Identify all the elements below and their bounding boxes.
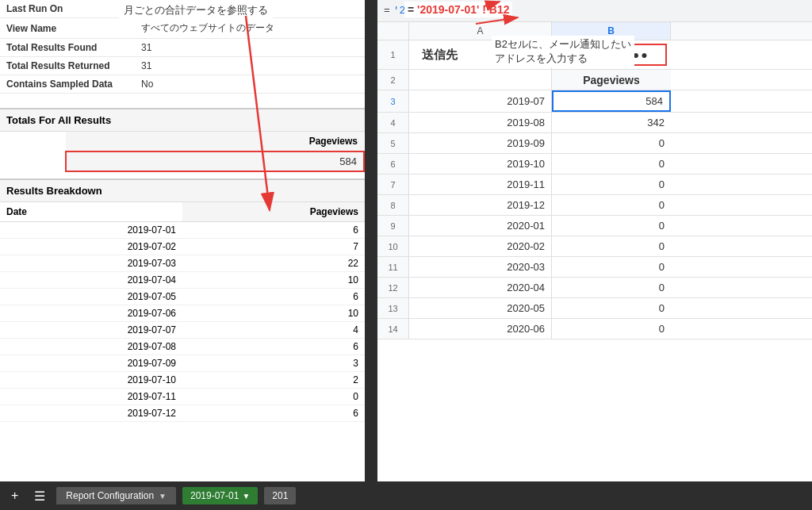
date-tab-2[interactable]: 201 xyxy=(264,487,296,504)
breakdown-date-7: 2019-07-08 xyxy=(0,339,182,355)
total-found-value: 31 xyxy=(135,39,365,57)
breakdown-date-11: 2019-07-12 xyxy=(0,405,182,422)
left-panel: Last Run On 2019-08-27 20:05:40 View Nam… xyxy=(0,0,365,481)
sheet-value-7: 0 xyxy=(552,236,671,256)
breakdown-date-3: 2019-07-04 xyxy=(0,272,182,289)
breakdown-date-1: 2019-07-02 xyxy=(0,239,182,255)
sheet-date-2: 2019-09 xyxy=(409,133,552,153)
sheet-value-8: 0 xyxy=(552,257,671,277)
breakdown-date-10: 2019-07-11 xyxy=(0,389,182,405)
bottom-toolbar: + ☰ Report Configuration ▼ 2019-07-01 ▼ … xyxy=(0,481,812,510)
email-label-cell: 送信先 xyxy=(409,40,552,69)
breakdown-date-4: 2019-07-05 xyxy=(0,289,182,305)
panel-divider xyxy=(365,0,377,481)
breakdown-date-8: 2019-07-09 xyxy=(0,355,182,372)
email-row: 1 送信先 ●●●@●●.●● xyxy=(377,40,812,70)
date-tab-1-dropdown: ▼ xyxy=(242,492,250,500)
sheet-value-2: 0 xyxy=(552,133,671,153)
column-headers-row: A B xyxy=(377,22,812,40)
sheet-value-0[interactable]: 584 xyxy=(552,90,671,112)
breakdown-pv-0: 6 xyxy=(182,222,365,239)
sheet-row-10: 13 2020-05 0 xyxy=(377,298,812,319)
sheet-date-0: 2019-07 xyxy=(409,90,552,112)
sheet-date-7: 2020-02 xyxy=(409,236,552,256)
total-found-label: Total Results Found xyxy=(0,39,135,57)
sheet-row-5: 8 2019-12 0 xyxy=(377,195,812,216)
last-run-value: 2019-08-27 20:05:40 xyxy=(135,0,365,18)
breakdown-date-9: 2019-07-10 xyxy=(0,372,182,389)
sheet-date-4: 2019-11 xyxy=(409,174,552,194)
sheet-value-10: 0 xyxy=(552,298,671,318)
sheet-row-6: 9 2020-01 0 xyxy=(377,216,812,236)
breakdown-date-0: 2019-07-01 xyxy=(0,222,182,239)
breakdown-date-2: 2019-07-03 xyxy=(0,255,182,272)
sheet-value-1: 342 xyxy=(552,113,671,132)
breakdown-pv-6: 4 xyxy=(182,322,365,339)
breakdown-pv-2: 22 xyxy=(182,255,365,272)
sheet-value-5: 0 xyxy=(552,195,671,215)
breakdown-pv-7: 6 xyxy=(182,339,365,355)
breakdown-section: Results Breakdown Date Pageviews 2019-07… xyxy=(0,178,365,422)
right-panel: = '2019-07-01' ! B12 A B 1 送信先 ●●●@●●.●●… xyxy=(377,0,812,481)
formula-text: '2019-07-01' ! B12 xyxy=(393,5,504,17)
col-a-header: A xyxy=(409,22,552,40)
sampled-value: No xyxy=(135,75,365,94)
email-input-box[interactable]: ●●●@●●.●● xyxy=(556,44,667,66)
breakdown-pv-4: 6 xyxy=(182,289,365,305)
hamburger-button[interactable]: ☰ xyxy=(29,485,50,507)
last-run-label: Last Run On xyxy=(0,0,135,18)
totals-value: 584 xyxy=(66,151,364,171)
sheet-row-8: 11 2020-03 0 xyxy=(377,257,812,278)
meta-table: Last Run On 2019-08-27 20:05:40 View Nam… xyxy=(0,0,365,94)
breakdown-pv-9: 2 xyxy=(182,372,365,389)
sheet-date-8: 2020-03 xyxy=(409,257,552,277)
col-b-header: B xyxy=(552,22,671,40)
formula-bar: = '2019-07-01' ! B12 xyxy=(377,0,812,22)
pageviews-header-row: 2 Pageviews xyxy=(377,70,812,90)
sheet-row-4: 7 2019-11 0 xyxy=(377,174,812,195)
email-input-container[interactable]: ●●●@●●.●● xyxy=(552,40,671,69)
sheet-value-11: 0 xyxy=(552,319,671,339)
breakdown-pv-1: 7 xyxy=(182,239,365,255)
breakdown-pv-10: 0 xyxy=(182,389,365,405)
sheet-row-2: 5 2019-09 0 xyxy=(377,133,812,154)
totals-header: Totals For All Results xyxy=(0,108,365,132)
breakdown-header: Results Breakdown xyxy=(0,178,365,202)
sheet-date-5: 2019-12 xyxy=(409,195,552,215)
sheet-date-9: 2020-04 xyxy=(409,278,552,297)
date-tab-1[interactable]: 2019-07-01 ▼ xyxy=(182,487,258,504)
total-returned-value: 31 xyxy=(135,57,365,75)
breakdown-date-5: 2019-07-06 xyxy=(0,305,182,322)
view-name-label: View Name xyxy=(0,18,135,39)
sheet-row-7: 10 2020-02 0 xyxy=(377,236,812,257)
view-name-value: すべてのウェブサイトのデータ xyxy=(135,18,365,39)
report-config-tab[interactable]: Report Configuration ▼ xyxy=(56,487,176,504)
add-sheet-button[interactable]: + xyxy=(6,485,23,506)
pv-header-label xyxy=(409,70,552,90)
breakdown-pv-11: 6 xyxy=(182,405,365,422)
tab-dropdown-icon: ▼ xyxy=(159,492,167,500)
breakdown-pv-header: Pageviews xyxy=(182,202,365,222)
sampled-label: Contains Sampled Data xyxy=(0,75,135,94)
report-config-tab-label: Report Configuration xyxy=(66,490,154,501)
breakdown-date-header: Date xyxy=(0,202,182,222)
sheet-date-6: 2020-01 xyxy=(409,216,552,236)
breakdown-pv-5: 10 xyxy=(182,305,365,322)
sheet-value-6: 0 xyxy=(552,216,671,236)
breakdown-pv-8: 3 xyxy=(182,355,365,372)
date-tab-2-label: 201 xyxy=(272,490,288,501)
sheet-grid: A B 1 送信先 ●●●@●●.●● 2 Pageviews 3 2019-0… xyxy=(377,22,812,339)
sheet-row-11: 14 2020-06 0 xyxy=(377,319,812,339)
sheet-row-1: 4 2019-08 342 xyxy=(377,113,812,133)
breakdown-date-6: 2019-07-07 xyxy=(0,322,182,339)
sheet-value-9: 0 xyxy=(552,278,671,297)
sheet-date-3: 2019-10 xyxy=(409,154,552,174)
sheet-date-10: 2020-05 xyxy=(409,298,552,318)
sheet-value-4: 0 xyxy=(552,174,671,194)
totals-col-header: Pageviews xyxy=(66,132,364,151)
breakdown-pv-3: 10 xyxy=(182,272,365,289)
sheet-date-1: 2019-08 xyxy=(409,113,552,132)
total-returned-label: Total Results Returned xyxy=(0,57,135,75)
totals-section: Totals For All Results Pageviews 584 xyxy=(0,108,365,172)
formula-equals: = xyxy=(384,5,390,17)
